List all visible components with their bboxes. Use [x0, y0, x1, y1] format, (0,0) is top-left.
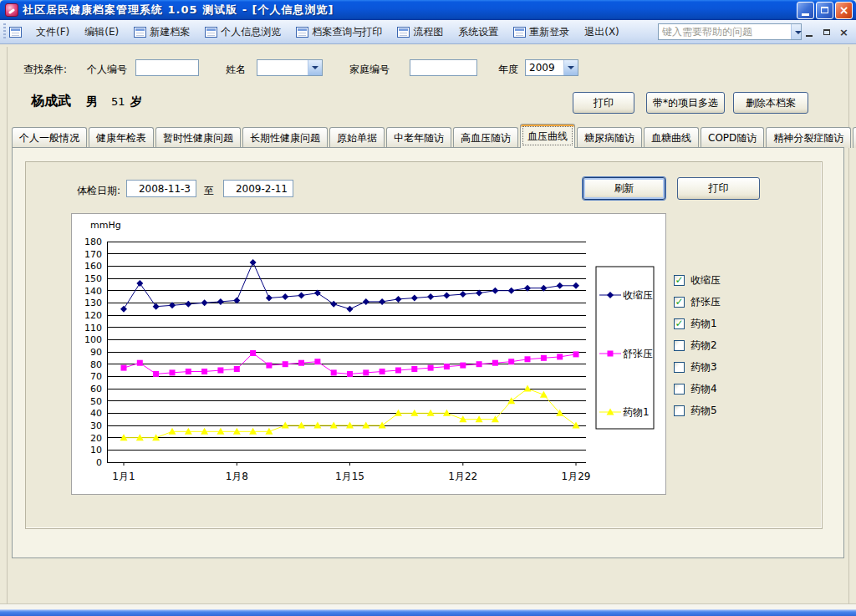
- mdi-minimize-button[interactable]: [802, 25, 816, 39]
- close-icon: ×: [839, 4, 849, 16]
- restore-icon: [821, 7, 828, 13]
- tab-3[interactable]: 长期性健康问题: [242, 127, 328, 148]
- checkbox-icon[interactable]: [674, 405, 685, 416]
- tab-label: 原始单据: [337, 131, 377, 145]
- form-icon: [513, 27, 526, 38]
- svg-text:60: 60: [90, 384, 102, 395]
- series-checkbox-4[interactable]: 药物3: [674, 356, 721, 378]
- tab-5[interactable]: 中老年随访: [386, 127, 451, 148]
- svg-text:30: 30: [90, 420, 102, 431]
- tab-label: 健康年检表: [96, 131, 146, 145]
- checkbox-icon[interactable]: ✓: [674, 318, 685, 329]
- tab-0[interactable]: 个人一般情况: [12, 127, 87, 148]
- svg-text:1月15: 1月15: [335, 471, 364, 482]
- checkbox-icon[interactable]: [674, 340, 685, 351]
- menu-item-1[interactable]: 编辑(E): [77, 20, 126, 43]
- tab-label: 糖尿病随访: [584, 131, 634, 145]
- series-checkbox-5[interactable]: 药物4: [674, 378, 721, 400]
- menu-item-label: 重新登录: [529, 25, 569, 39]
- menu-item-6[interactable]: 系统设置: [451, 20, 506, 43]
- toolbar-grip[interactable]: [3, 23, 6, 40]
- restore-button[interactable]: [816, 2, 833, 19]
- app-icon: [5, 3, 18, 17]
- menu-item-0[interactable]: 文件(F): [28, 20, 77, 43]
- tab-10[interactable]: COPD随访: [701, 127, 764, 148]
- close-button[interactable]: ×: [835, 2, 853, 19]
- checkbox-label: 药物2: [690, 339, 717, 353]
- family-id-input[interactable]: [410, 59, 477, 76]
- series-checkbox-1[interactable]: ✓舒张压: [674, 291, 721, 313]
- tab-label: 血压曲线: [527, 130, 568, 144]
- svg-text:100: 100: [84, 334, 102, 345]
- help-search-input[interactable]: [659, 24, 791, 39]
- checkbox-icon[interactable]: ✓: [674, 297, 685, 308]
- menu-item-label: 新建档案: [150, 25, 190, 39]
- svg-text:70: 70: [90, 371, 102, 382]
- checkbox-icon[interactable]: ✓: [674, 275, 685, 286]
- help-dropdown-icon[interactable]: [791, 24, 801, 39]
- year-combo-value: 2009: [529, 62, 555, 74]
- name-combo-arrow-icon[interactable]: [308, 60, 322, 75]
- print-record-button[interactable]: 打印: [573, 92, 634, 114]
- menu-item-7[interactable]: 重新登录: [506, 20, 577, 43]
- series-checkbox-6[interactable]: 药物5: [674, 400, 721, 421]
- year-label: 年度: [498, 63, 518, 77]
- checkbox-label: 药物1: [690, 317, 717, 331]
- menu-item-label: 编辑(E): [84, 25, 119, 39]
- menu-item-label: 个人信息浏览: [221, 25, 281, 39]
- window-bottom-edge: [0, 603, 856, 609]
- series-checkbox-2[interactable]: ✓药物1: [674, 313, 721, 334]
- menu-item-3[interactable]: 个人信息浏览: [197, 20, 288, 43]
- print-chart-button[interactable]: 打印: [677, 177, 760, 200]
- tab-label: 长期性健康问题: [250, 131, 320, 145]
- mdi-close-button[interactable]: ×: [837, 25, 851, 39]
- series-checkbox-0[interactable]: ✓收缩压: [674, 269, 721, 291]
- form-icon: [134, 27, 146, 38]
- tab-4[interactable]: 原始单据: [329, 127, 385, 148]
- menu-item-2[interactable]: 新建档案: [126, 20, 197, 43]
- help-search: [658, 23, 802, 40]
- menu-item-label: 档案查询与打印: [312, 25, 382, 39]
- menu-item-4[interactable]: 档案查询与打印: [288, 20, 390, 43]
- menu-items: 文件(F)编辑(E)新建档案个人信息浏览档案查询与打印流程图系统设置重新登录退出…: [28, 20, 627, 43]
- patient-info: 杨成武 男 51 岁: [31, 93, 142, 110]
- series-checkboxes: ✓收缩压✓舒张压✓药物1药物2药物3药物4药物5: [674, 269, 721, 421]
- checkbox-label: 收缩压: [690, 273, 721, 288]
- child-window-icon[interactable]: [9, 27, 22, 38]
- frame-line-left: [7, 47, 8, 603]
- svg-text:10: 10: [90, 445, 102, 456]
- checkbox-icon[interactable]: [674, 362, 685, 373]
- menu-item-5[interactable]: 流程图: [390, 20, 451, 43]
- app-window: 社区居民健康档案管理系统 1.05 测试版 - [个人信息浏览] × 文件(F)…: [0, 0, 856, 616]
- year-combo[interactable]: 2009: [525, 59, 578, 76]
- refresh-button[interactable]: 刷新: [583, 177, 665, 200]
- tab-1[interactable]: 健康年检表: [89, 127, 154, 148]
- tab-7[interactable]: 血压曲线: [520, 124, 575, 148]
- tab-label: 血糖曲线: [651, 131, 691, 145]
- checkbox-icon[interactable]: [674, 384, 685, 395]
- personal-id-input[interactable]: [135, 59, 199, 76]
- bp-chart-svg: 0102030405060708090100110120130140150160…: [72, 214, 665, 494]
- tab-9[interactable]: 血糖曲线: [644, 127, 699, 148]
- menu-item-8[interactable]: 退出(X): [577, 20, 627, 43]
- tab-6[interactable]: 高血压随访: [453, 127, 518, 148]
- tab-11[interactable]: 精神分裂症随访: [766, 127, 851, 148]
- personal-id-label: 个人编号: [87, 63, 127, 77]
- svg-text:0: 0: [96, 457, 102, 468]
- delete-record-button[interactable]: 删除本档案: [733, 92, 808, 114]
- svg-text:舒张压: 舒张压: [623, 348, 653, 359]
- tab-8[interactable]: 糖尿病随访: [577, 127, 642, 148]
- svg-text:50: 50: [90, 396, 102, 407]
- mdi-window-controls: ×: [802, 25, 851, 39]
- year-combo-arrow-icon[interactable]: [563, 60, 578, 75]
- date-from-input[interactable]: [126, 180, 196, 197]
- mdi-restore-button[interactable]: [819, 25, 833, 39]
- tab-2[interactable]: 暂时性健康问题: [155, 127, 241, 148]
- minimize-button[interactable]: [797, 2, 814, 19]
- name-combo[interactable]: [257, 59, 323, 76]
- tab-12[interactable]: 结核病随访: [853, 127, 856, 148]
- menu-item-label: 退出(X): [584, 25, 619, 39]
- series-checkbox-3[interactable]: 药物2: [674, 334, 721, 356]
- date-to-input[interactable]: [223, 180, 293, 197]
- multiselect-button[interactable]: 带*的项目多选: [646, 92, 725, 114]
